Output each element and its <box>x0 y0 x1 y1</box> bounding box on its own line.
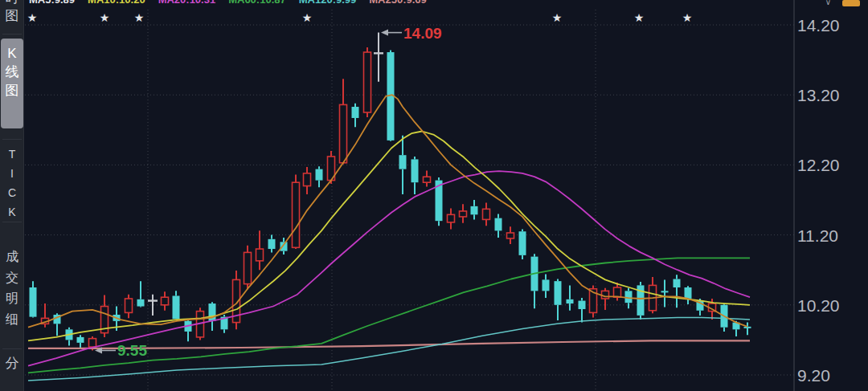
ma-legend-item: MA10:10.20 <box>88 0 145 6</box>
candle <box>602 288 609 310</box>
sidebar-divider <box>2 222 22 222</box>
candle-body-up <box>244 252 252 283</box>
candle-body-down <box>625 291 633 303</box>
candle <box>30 281 37 317</box>
candle <box>661 279 669 307</box>
high-marker: 14.09 <box>381 25 442 42</box>
candle <box>637 282 645 320</box>
ma-line-ma20 <box>28 171 750 366</box>
candle-body-down <box>555 281 562 305</box>
candle <box>649 277 657 313</box>
chevron-down-icon[interactable]: ∨ <box>825 0 831 6</box>
candle-body-down <box>661 291 669 292</box>
event-star-icon[interactable]: ★ <box>100 11 110 24</box>
candle-body-down <box>674 279 681 287</box>
top-right-action-button[interactable] <box>842 0 860 6</box>
candle <box>411 157 419 194</box>
candle <box>471 200 478 219</box>
candle <box>448 208 455 229</box>
candle <box>744 323 751 336</box>
candle-body-down <box>399 155 407 169</box>
y-axis-label: 11.20 <box>797 226 838 245</box>
y-axis-label: 10.20 <box>797 296 840 315</box>
candle <box>101 295 108 337</box>
candle-body-up <box>483 209 490 219</box>
ma-legend-item: MA20:10.31 <box>158 0 216 6</box>
candle <box>293 175 300 249</box>
candle <box>424 170 431 186</box>
ma-legend-strip: MA5:9.89MA10:10.20MA20:10.31MA60:10.87MA… <box>25 0 868 7</box>
sidebar-tab-tick[interactable]: TICK <box>1 145 23 222</box>
candle-body-up <box>304 173 311 186</box>
stock-app-window: ★★★★★★★14.099.5514.2013.2012.2011.2010.2… <box>0 0 868 391</box>
candle-body-down <box>567 299 574 303</box>
candle-body-down <box>471 206 478 214</box>
sidebar-tab-成交明细[interactable]: 成交明细 <box>1 246 23 330</box>
y-axis-label: 9.20 <box>797 366 830 385</box>
candle-body-down <box>411 159 419 182</box>
candle-body-down <box>744 327 751 328</box>
candle-body-up <box>602 291 609 299</box>
event-star-icon[interactable]: ★ <box>27 11 38 24</box>
candle <box>495 214 502 238</box>
candle <box>316 166 323 187</box>
candle <box>507 226 514 244</box>
candle <box>364 47 371 117</box>
candle-body-down <box>268 239 276 249</box>
marker-arrow-head <box>381 30 388 36</box>
ma-legend-item: MA120:9.99 <box>299 0 357 6</box>
sidebar-tab-时图[interactable]: 时图 <box>1 0 23 25</box>
event-star-icon[interactable]: ★ <box>552 11 563 24</box>
ma-legend-fragments: MA5:9.89MA10:10.20MA20:10.31MA60:10.87MA… <box>25 0 868 6</box>
candle-body-up <box>614 287 621 297</box>
candle <box>66 328 73 346</box>
sidebar-divider <box>2 139 22 140</box>
candle <box>519 230 526 259</box>
candle <box>148 295 158 316</box>
y-axis-label: 14.20 <box>797 16 840 35</box>
ma-legend-item: MA250:9.69 <box>369 0 427 6</box>
candle <box>244 246 252 290</box>
candle-body-up <box>460 211 467 217</box>
candle-body-down <box>30 287 37 317</box>
event-stars: ★★★★★★★ <box>27 11 693 24</box>
candle <box>352 104 359 128</box>
candle-body-down <box>137 299 145 307</box>
candle-body-up <box>364 52 371 112</box>
candle <box>579 298 586 323</box>
candle <box>125 295 133 319</box>
candle <box>399 136 407 194</box>
candles-group <box>30 33 751 351</box>
candle-body-up <box>256 249 264 261</box>
candle <box>555 279 562 320</box>
candle <box>137 281 145 307</box>
candle-body-up <box>507 233 514 238</box>
kline-chart[interactable]: ★★★★★★★14.099.5514.2013.2012.2011.2010.2… <box>0 0 868 391</box>
event-star-icon[interactable]: ★ <box>634 11 645 24</box>
candle-body-down <box>352 107 359 118</box>
candle <box>460 204 467 223</box>
candle-body-up <box>162 297 169 305</box>
candle <box>42 303 49 328</box>
candle <box>304 167 311 194</box>
candle <box>185 319 192 341</box>
kline-chart-area[interactable]: ★★★★★★★14.099.5514.2013.2012.2011.2010.2… <box>0 0 868 391</box>
ma-legend-item: MA60:10.87 <box>228 0 286 6</box>
sidebar-divider <box>2 34 22 35</box>
candle <box>268 235 276 253</box>
event-star-icon[interactable]: ★ <box>682 11 693 24</box>
event-star-icon[interactable]: ★ <box>302 11 313 24</box>
candle-body-up <box>448 214 455 222</box>
ma-legend-item: MA5:9.89 <box>29 0 75 6</box>
candle <box>173 291 180 319</box>
sidebar-tab-K线图[interactable]: K线图 <box>1 39 23 128</box>
candle <box>340 79 347 164</box>
candle-body-up <box>89 339 96 347</box>
y-axis-labels: 14.2013.2012.2011.2010.209.20 <box>797 16 840 385</box>
candle-body-down <box>77 337 84 343</box>
candle-body-down <box>173 295 180 319</box>
sidebar-tab-分[interactable]: 分 <box>1 354 23 373</box>
event-star-icon[interactable]: ★ <box>134 11 145 24</box>
candle <box>483 202 490 226</box>
candle <box>531 254 538 308</box>
